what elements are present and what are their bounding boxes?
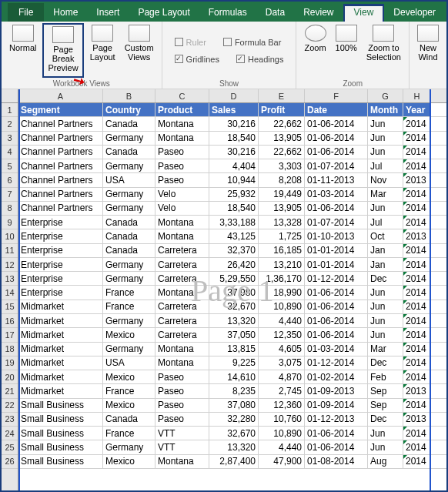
cell[interactable]: 01-12-2014 (305, 272, 368, 285)
cell[interactable]: Jul (368, 216, 403, 229)
cell[interactable]: 37,080 (209, 399, 259, 412)
cell[interactable]: 2014 (403, 117, 431, 130)
cell[interactable]: 25,932 (209, 188, 259, 201)
cell[interactable]: 13,320 (209, 314, 259, 327)
cell[interactable]: 3,33,188 (209, 216, 259, 229)
headings-checkbox[interactable]: Headings (233, 54, 286, 65)
cell[interactable]: 22,662 (259, 117, 305, 130)
cell[interactable]: Small Business (18, 399, 103, 412)
tab-formulas[interactable]: Formulas (199, 4, 256, 22)
cell[interactable]: Velo (155, 202, 209, 215)
cell[interactable]: 22,662 (259, 146, 305, 159)
cell[interactable]: 12,350 (259, 328, 305, 341)
cell[interactable]: Germany (103, 272, 155, 285)
custom-views-button[interactable]: CustomViews (122, 23, 157, 78)
cell[interactable]: Canada (103, 413, 155, 426)
cell[interactable]: Montana (155, 132, 209, 145)
cell[interactable]: 2013 (403, 384, 431, 397)
cell[interactable]: 3,303 (259, 159, 305, 172)
cell[interactable]: 01-06-2014 (305, 314, 368, 327)
header-cell[interactable]: Segment (18, 103, 103, 116)
tab-insert[interactable]: Insert (87, 4, 129, 22)
cell[interactable]: 2014 (403, 258, 431, 271)
cell[interactable]: 32,670 (209, 427, 259, 440)
column-header-B[interactable]: B (103, 89, 155, 102)
row-header[interactable]: 6 (2, 173, 18, 187)
cell[interactable]: Midmarket (18, 314, 103, 327)
cell[interactable]: Feb (368, 370, 403, 383)
cell[interactable]: Sep (368, 384, 403, 397)
cell[interactable]: 2014 (403, 188, 431, 201)
cell[interactable]: Germany (103, 188, 155, 201)
cell[interactable]: Montana (155, 216, 209, 229)
cell[interactable]: 01-01-2014 (305, 244, 368, 257)
row-header[interactable]: 20 (2, 370, 18, 384)
cell[interactable]: Nov (368, 173, 403, 186)
cell[interactable]: Channel Partners (18, 146, 103, 159)
header-cell[interactable]: Date (305, 103, 368, 116)
cell[interactable]: Germany (103, 159, 155, 172)
cell[interactable]: Midmarket (18, 300, 103, 313)
cell[interactable]: 01-08-2014 (305, 455, 368, 468)
cell[interactable]: 37,980 (209, 286, 259, 299)
cell[interactable]: 01-06-2014 (305, 328, 368, 341)
cell[interactable]: Enterprise (18, 229, 103, 243)
tab-view[interactable]: View (343, 4, 385, 22)
row-header[interactable]: 10 (2, 229, 18, 243)
column-header-E[interactable]: E (259, 89, 305, 102)
row-header[interactable]: 5 (2, 159, 18, 173)
cell[interactable]: Jun (368, 117, 403, 130)
cell[interactable]: 01-06-2014 (305, 202, 368, 215)
cell[interactable]: 2014 (403, 455, 431, 468)
cell[interactable]: Jun (368, 286, 403, 299)
cell[interactable]: Canada (103, 146, 155, 159)
cell[interactable]: Montana (155, 455, 209, 468)
cell[interactable]: 4,605 (259, 343, 305, 356)
row-header[interactable]: 2 (2, 117, 18, 131)
cell[interactable]: 01-12-2014 (305, 356, 368, 370)
cell[interactable]: Enterprise (18, 272, 103, 285)
page-break-preview-button[interactable]: Page BreakPreview (42, 23, 83, 78)
cell[interactable]: 10,890 (259, 427, 305, 440)
new-window-button[interactable]: NewWind (414, 23, 442, 78)
cell[interactable]: Oct (368, 229, 403, 243)
cell[interactable]: 2013 (403, 229, 431, 243)
cell[interactable]: 01-12-2013 (305, 413, 368, 426)
cell[interactable]: 2014 (403, 272, 431, 285)
cell[interactable]: 37,050 (209, 328, 259, 341)
cell[interactable]: 2,745 (259, 384, 305, 397)
cell[interactable]: 32,670 (209, 300, 259, 313)
cell[interactable]: 01-06-2014 (305, 300, 368, 313)
cell[interactable]: 2014 (403, 300, 431, 313)
cell[interactable]: Montana (155, 343, 209, 356)
cell[interactable]: 2014 (403, 216, 431, 229)
tab-home[interactable]: Home (44, 4, 87, 22)
row-header[interactable]: 14 (2, 286, 18, 300)
cell[interactable]: Jan (368, 244, 403, 257)
cell[interactable]: Mar (368, 343, 403, 356)
cell[interactable]: 43,125 (209, 229, 259, 243)
row-header[interactable]: 15 (2, 300, 18, 314)
cell[interactable]: 01-01-2014 (305, 258, 368, 271)
cell[interactable]: 2014 (403, 343, 431, 356)
row-header[interactable]: 4 (2, 146, 18, 159)
cell[interactable]: 9,225 (209, 356, 259, 370)
cell[interactable]: 1,725 (259, 229, 305, 243)
cell[interactable]: Canada (103, 117, 155, 130)
header-cell[interactable]: Country (103, 103, 155, 116)
cell[interactable]: 2013 (403, 413, 431, 426)
cell[interactable]: 01-06-2014 (305, 146, 368, 159)
cell[interactable]: 01-03-2014 (305, 188, 368, 201)
tab-developer[interactable]: Developer (384, 4, 445, 22)
cell[interactable]: Germany (103, 202, 155, 215)
cell[interactable]: 2014 (403, 356, 431, 370)
cell[interactable]: Canada (103, 229, 155, 243)
cell[interactable]: 01-07-2014 (305, 159, 368, 172)
cell[interactable]: Enterprise (18, 244, 103, 257)
tab-file[interactable]: File (8, 3, 44, 22)
cell[interactable]: Enterprise (18, 216, 103, 229)
cell[interactable]: 4,440 (259, 440, 305, 454)
cell[interactable]: 2014 (403, 314, 431, 327)
column-header-C[interactable]: C (155, 89, 209, 102)
cell[interactable]: 2014 (403, 427, 431, 440)
